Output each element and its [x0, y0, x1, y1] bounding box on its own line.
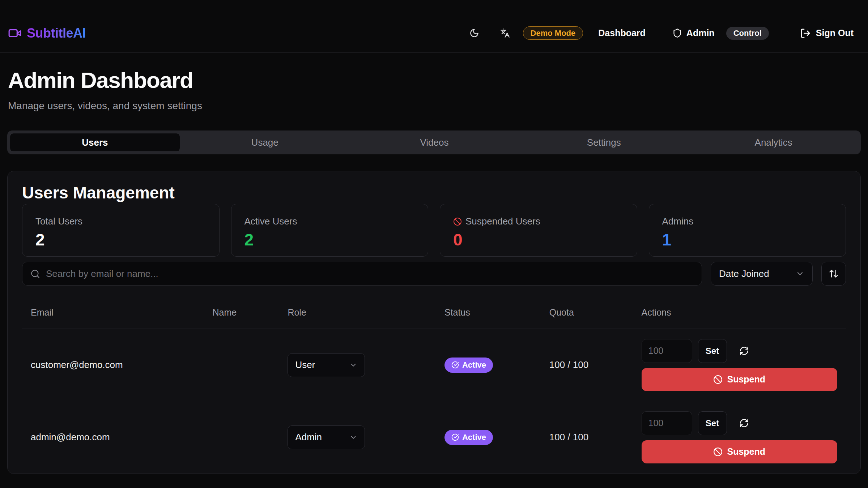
section-title: Users Management — [22, 184, 846, 202]
stat-value: 2 — [244, 230, 415, 249]
circle-check-icon — [451, 361, 459, 369]
sign-out-label: Sign Out — [816, 28, 854, 38]
brand-name: SubtitleAI — [27, 26, 86, 41]
page-subtitle: Manage users, videos, and system setting… — [8, 100, 860, 112]
refresh-quota-button[interactable] — [739, 418, 749, 428]
quota-input[interactable] — [642, 411, 692, 435]
sort-order-button[interactable] — [821, 262, 846, 286]
col-header-actions: Actions — [633, 307, 846, 318]
stat-value: 0 — [453, 230, 624, 249]
languages-icon — [500, 28, 510, 38]
tab-users[interactable]: Users — [10, 133, 180, 152]
video-camera-icon — [8, 26, 22, 40]
suspend-button[interactable]: Suspend — [642, 440, 837, 463]
page-title: Admin Dashboard — [8, 67, 860, 93]
role-select[interactable]: Admin — [288, 425, 365, 449]
suspend-label: Suspend — [727, 374, 765, 385]
ban-icon — [713, 375, 723, 384]
user-email: admin@demo.com — [22, 432, 204, 443]
set-quota-button[interactable]: Set — [698, 411, 727, 435]
stat-card-total-users: Total Users 2 — [22, 204, 220, 257]
role-value: User — [295, 359, 315, 371]
admin-label: Admin — [686, 28, 715, 38]
chevron-down-icon — [796, 269, 804, 278]
table-row: customer@demo.com User Active 100 / 100 — [22, 329, 846, 401]
refresh-icon — [739, 346, 749, 356]
moon-icon — [469, 28, 479, 38]
row-actions: Set Suspend — [642, 339, 837, 391]
role-select[interactable]: User — [288, 353, 365, 377]
stat-label: Admins — [662, 216, 694, 227]
chevron-down-icon — [349, 361, 357, 369]
table-header-row: Email Name Role Status Quota Actions — [22, 286, 846, 329]
stat-card-suspended-users: Suspended Users 0 — [440, 204, 637, 257]
tab-bar: Users Usage Videos Settings Analytics — [7, 130, 861, 154]
circle-check-icon — [451, 433, 459, 441]
search-box — [22, 262, 702, 286]
dashboard-link[interactable]: Dashboard — [598, 28, 646, 38]
user-quota: 100 / 100 — [541, 432, 633, 443]
col-header-role: Role — [279, 307, 436, 318]
status-label: Active — [462, 360, 486, 370]
language-button[interactable] — [500, 28, 510, 38]
stat-value: 1 — [662, 230, 833, 249]
search-input[interactable] — [46, 268, 694, 279]
quota-input[interactable] — [642, 339, 692, 363]
stat-label: Suspended Users — [465, 216, 540, 227]
status-label: Active — [462, 433, 486, 442]
stat-label: Total Users — [35, 216, 82, 227]
suspend-label: Suspend — [727, 446, 765, 457]
user-email: customer@demo.com — [22, 359, 204, 371]
page-header: Admin Dashboard Manage users, videos, an… — [0, 53, 868, 112]
col-header-name: Name — [204, 307, 279, 318]
demo-mode-badge: Demo Mode — [523, 26, 583, 40]
users-management-card: Users Management Total Users 2 Active Us… — [7, 171, 861, 474]
brand-logo[interactable]: SubtitleAI — [8, 26, 86, 41]
search-row: Date Joined — [22, 262, 846, 286]
top-nav: SubtitleAI Demo Mode Dashboard Admin Con… — [0, 0, 868, 53]
ban-icon — [453, 217, 462, 226]
status-badge: Active — [444, 430, 493, 445]
refresh-icon — [739, 418, 749, 428]
suspend-button[interactable]: Suspend — [642, 368, 837, 391]
control-badge: Control — [726, 27, 769, 40]
col-header-quota: Quota — [541, 307, 633, 318]
stat-card-admins: Admins 1 — [649, 204, 846, 257]
row-actions: Set Suspend — [642, 411, 837, 463]
role-value: Admin — [295, 432, 322, 443]
tab-analytics[interactable]: Analytics — [689, 133, 858, 152]
sort-by-value: Date Joined — [719, 268, 769, 279]
chevron-down-icon — [349, 433, 357, 441]
stat-label: Active Users — [244, 216, 297, 227]
search-icon — [30, 269, 40, 279]
theme-toggle-button[interactable] — [469, 28, 479, 38]
ban-icon — [713, 447, 723, 457]
status-badge: Active — [444, 358, 493, 373]
sort-by-select[interactable]: Date Joined — [711, 262, 813, 286]
tab-usage[interactable]: Usage — [180, 133, 350, 152]
arrow-up-down-icon — [829, 269, 839, 279]
col-header-status: Status — [436, 307, 541, 318]
stats-row: Total Users 2 Active Users 2 Suspended U… — [22, 204, 846, 257]
tab-videos[interactable]: Videos — [350, 133, 519, 152]
admin-user-indicator: Admin — [672, 28, 715, 38]
set-quota-button[interactable]: Set — [698, 339, 727, 363]
tab-settings[interactable]: Settings — [519, 133, 689, 152]
stat-card-active-users: Active Users 2 — [231, 204, 429, 257]
log-out-icon — [800, 28, 811, 39]
user-quota: 100 / 100 — [541, 359, 633, 371]
sign-out-button[interactable]: Sign Out — [800, 28, 854, 39]
refresh-quota-button[interactable] — [739, 346, 749, 356]
shield-icon — [672, 28, 682, 38]
col-header-email: Email — [22, 307, 204, 318]
table-row: admin@demo.com Admin Active 100 / 100 — [22, 401, 846, 473]
stat-value: 2 — [35, 230, 206, 249]
